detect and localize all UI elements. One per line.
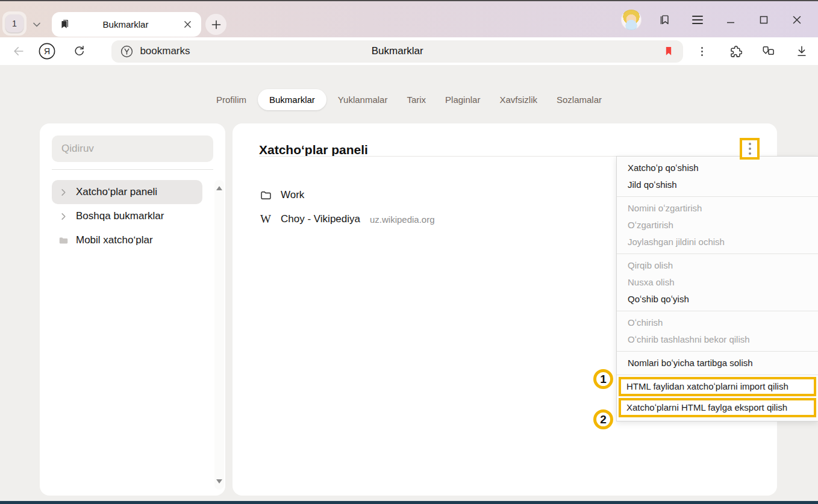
- sidebar-item-bookmarks-bar[interactable]: Xatchoʻplar paneli: [52, 180, 202, 204]
- menu-group-add: Xatchoʻp qoʻshish Jild qoʻshish: [617, 157, 818, 196]
- menu-item-rename: Nomini oʻzgartirish: [617, 200, 818, 217]
- annotation-step-2: 2: [593, 409, 613, 429]
- back-button[interactable]: [6, 45, 31, 58]
- browser-toolbar: Я bookmarks Bukmarklar: [0, 37, 818, 65]
- scroll-up-icon[interactable]: [216, 186, 222, 190]
- menu-group-edit: Nomini oʻzgartirish Oʻzgartirish Joylash…: [617, 196, 818, 254]
- bookmark-star-icon[interactable]: [663, 45, 675, 57]
- tab-groups-icon[interactable]: [752, 37, 785, 65]
- menu-item-copy: Nusxa olish: [617, 274, 818, 291]
- bookmarks-sidebar: Xatchoʻplar paneli Boshqa bukmarklar Mob…: [40, 123, 225, 496]
- menu-item-edit: Oʻzgartirish: [617, 217, 818, 234]
- folder-tree: Xatchoʻplar paneli Boshqa bukmarklar Mob…: [52, 180, 202, 252]
- address-bar[interactable]: bookmarks Bukmarklar: [111, 40, 683, 63]
- sidebar-item-label: Xatchoʻplar paneli: [76, 186, 157, 198]
- bookmark-domain: uz.wikipedia.org: [370, 214, 435, 225]
- svg-text:Я: Я: [44, 46, 50, 56]
- window-bottom-edge: [0, 501, 818, 504]
- tab-title: Bukmarklar: [70, 19, 181, 30]
- chevron-right-icon[interactable]: [57, 211, 70, 222]
- menu-group-delete: Oʻchirish Oʻchirib tashlashni bekor qili…: [617, 311, 818, 351]
- menu-item-delete: Oʻchirish: [617, 314, 818, 331]
- menu-item-sort-by-name[interactable]: Nomlari boʻyicha tartibga solish: [617, 355, 818, 372]
- sidebar-item-other-bookmarks[interactable]: Boshqa bukmarklar: [52, 204, 202, 228]
- new-tab-button[interactable]: [205, 14, 226, 35]
- nav-tab-sozlamalar[interactable]: Sozlamalar: [549, 89, 610, 110]
- nav-tab-tarix[interactable]: Tarix: [399, 89, 434, 110]
- menu-group-clipboard: Qirqib olish Nusxa olish Qoʻshib qoʻyish: [617, 254, 818, 311]
- folder-outline-icon: [259, 189, 272, 202]
- window-close-button[interactable]: [780, 1, 813, 39]
- page-title: Bukmarklar: [111, 45, 683, 57]
- bookmark-label: Choy - Vikipediya: [281, 213, 360, 225]
- panel-menu-button-highlight[interactable]: [740, 138, 760, 160]
- search-input[interactable]: [52, 135, 213, 162]
- panel-title: Xatchoʻplar paneli: [259, 143, 368, 157]
- menu-item-export-html[interactable]: Xatchoʻplarni HTML faylga eksport qilish: [621, 400, 814, 415]
- annotation-step-1: 1: [593, 369, 613, 389]
- highlight-box-import: HTML faylidan xatchoʻplarni import qilis…: [619, 377, 816, 396]
- extensions-puzzle-icon[interactable]: [719, 37, 752, 65]
- protect-icon[interactable]: [120, 45, 134, 58]
- user-avatar[interactable]: [614, 1, 648, 39]
- sidebar-divider: [52, 169, 213, 170]
- browser-window: 1 Bukmarklar: [0, 0, 818, 504]
- menu-item-paste[interactable]: Qoʻshib qoʻyish: [617, 291, 818, 308]
- menu-group-import-export: HTML faylidan xatchoʻplarni import qilis…: [617, 375, 818, 421]
- menu-item-add-folder[interactable]: Jild qoʻshish: [617, 176, 818, 193]
- tab-list-chevron-down-icon[interactable]: [29, 17, 45, 33]
- settings-nav-tabs: Profilim Bukmarklar Yuklanmalar Tarix Pl…: [0, 89, 818, 110]
- tab-bookmark-icon: [59, 19, 70, 30]
- bookmark-label: Work: [281, 189, 304, 201]
- sidebar-item-label: Boshqa bukmarklar: [76, 210, 164, 222]
- toolbar-more-icon[interactable]: [685, 37, 719, 65]
- menu-item-add-bookmark[interactable]: Xatchoʻp qoʻshish: [617, 160, 818, 176]
- window-minimize-button[interactable]: [714, 1, 747, 39]
- nav-tab-yuklanmalar[interactable]: Yuklanmalar: [330, 89, 396, 110]
- address-value: bookmarks: [140, 45, 190, 57]
- nav-tab-profilim[interactable]: Profilim: [208, 89, 254, 110]
- menu-item-import-html[interactable]: HTML faylidan xatchoʻplarni import qilis…: [621, 379, 814, 394]
- yandex-logo-icon[interactable]: Я: [31, 42, 63, 60]
- refresh-icon[interactable]: [63, 45, 95, 58]
- sidebar-item-mobile-bookmarks[interactable]: Mobil xatchoʻplar: [52, 228, 202, 252]
- chevron-right-icon[interactable]: [57, 187, 70, 198]
- tab-counter-value: 1: [5, 14, 23, 33]
- window-titlebar: 1 Bukmarklar: [0, 0, 818, 37]
- sidebar-scrollbar[interactable]: [214, 180, 224, 490]
- scroll-down-icon[interactable]: [216, 479, 222, 484]
- menu-item-undo-delete: Oʻchirib tashlashni bekor qilish: [617, 331, 818, 348]
- tab-counter[interactable]: 1: [2, 11, 27, 36]
- browser-menu-icon[interactable]: [681, 1, 714, 39]
- menu-item-cut: Qirqib olish: [617, 257, 818, 274]
- menu-item-open-containing-folder: Joylashgan jildini ochish: [617, 234, 818, 250]
- toolbar-right-icons: [685, 37, 818, 65]
- downloads-icon[interactable]: [785, 37, 818, 65]
- kebab-menu-icon[interactable]: [749, 143, 751, 155]
- menu-group-sort: Nomlari boʻyicha tartibga solish: [617, 351, 818, 375]
- window-maximize-button[interactable]: [747, 1, 780, 39]
- window-controls: [614, 1, 813, 39]
- nav-tab-bukmarklar[interactable]: Bukmarklar: [258, 89, 326, 110]
- tab-close-icon[interactable]: [181, 18, 194, 31]
- bookmarks-panel-icon[interactable]: [648, 1, 681, 39]
- browser-tab-bookmarks[interactable]: Bukmarklar: [52, 12, 201, 37]
- bookmarks-context-menu: Xatchoʻp qoʻshish Jild qoʻshish Nomini o…: [616, 156, 818, 422]
- nav-tab-xavfsizlik[interactable]: Xavfsizlik: [492, 89, 545, 110]
- sidebar-item-label: Mobil xatchoʻplar: [76, 234, 153, 246]
- folder-icon: [57, 235, 70, 246]
- highlight-box-export: Xatchoʻplarni HTML faylga eksport qilish: [619, 398, 816, 417]
- nav-tab-plaginlar[interactable]: Plaginlar: [437, 89, 488, 110]
- wikipedia-favicon: W: [259, 213, 272, 226]
